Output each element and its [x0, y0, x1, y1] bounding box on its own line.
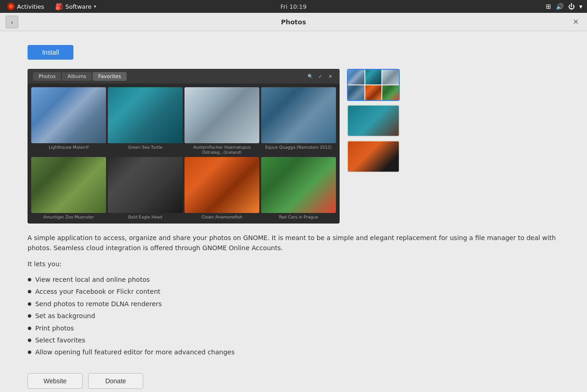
- activities-button[interactable]: Activities: [5, 2, 47, 11]
- volume-icon[interactable]: 🔊: [556, 3, 564, 10]
- photo-thumbnail-turtle: [108, 87, 183, 143]
- donate-button[interactable]: Donate: [88, 373, 143, 389]
- activities-label: Activities: [17, 3, 44, 10]
- photo-item-lighthouse[interactable]: Lighthouse Malarrif: [31, 87, 106, 155]
- photo-thumbnail-lighthouse: [31, 87, 106, 143]
- photo-label-cars: Red Cars in Prague: [279, 215, 319, 220]
- photo-thumbnail-cars: [261, 157, 336, 213]
- description-main: A simple application to access, organize…: [28, 233, 559, 253]
- feature-list: View recent local and online photos Acce…: [28, 274, 559, 358]
- photo-label-lighthouse: Lighthouse Malarrif: [49, 145, 89, 150]
- thumb-cell-zebra: [348, 85, 364, 100]
- photos-app-titlebar: Photos Albums Favorites 🔍 ✓ ✕: [28, 69, 340, 84]
- software-label: Software: [65, 3, 91, 10]
- feature-item-7: Allow opening full featured editor for m…: [28, 347, 559, 357]
- topbar: Activities 🎒 Software ▾ Fri 10:19 ⊞ 🔊 ⏻ …: [0, 0, 587, 13]
- feature-item-1: View recent local and online photos: [28, 274, 559, 285]
- photo-label-turtle: Green Sea Turtle: [128, 145, 162, 150]
- photos-app-screenshot: Photos Albums Favorites 🔍 ✓ ✕: [28, 69, 340, 224]
- thumb-cell-cars: [382, 85, 399, 100]
- window-titlebar: ‹ Photos ✕: [0, 13, 587, 31]
- thumbnail-2[interactable]: [347, 105, 400, 137]
- back-button[interactable]: ‹: [6, 16, 18, 28]
- check-icon[interactable]: ✓: [317, 73, 324, 80]
- close-button[interactable]: ✕: [570, 16, 581, 28]
- thumb-cell-clownfish: [365, 85, 382, 100]
- chevron-down-icon: ▾: [94, 4, 96, 9]
- topbar-left: Activities 🎒 Software ▾: [5, 2, 99, 11]
- activities-icon: [7, 3, 15, 10]
- system-chevron-icon: ▾: [579, 3, 582, 10]
- screenshots-section: Photos Albums Favorites 🔍 ✓ ✕: [28, 69, 559, 224]
- photo-thumbnail-clownfish: [184, 157, 259, 213]
- photo-thumbnail-bird: [184, 87, 259, 143]
- photo-label-clownfish: Clown Anemonefish: [201, 215, 242, 220]
- titlebar-left: ‹: [6, 16, 18, 28]
- photo-item-bird[interactable]: Austernfischer Haematopus Ostraleg...(Ic…: [184, 87, 259, 155]
- feature-item-4: Set as background: [28, 311, 559, 321]
- description-intro: It lets you:: [28, 259, 559, 269]
- photo-item-turtle[interactable]: Green Sea Turtle: [108, 87, 183, 155]
- briefcase-icon: 🎒: [55, 3, 63, 10]
- photo-item-clownfish[interactable]: Clown Anemonefish: [184, 157, 259, 220]
- search-icon[interactable]: 🔍: [307, 73, 314, 80]
- close-icon[interactable]: ✕: [327, 73, 334, 80]
- photo-label-bird: Austernfischer Haematopus Ostraleg...(Ic…: [184, 145, 259, 155]
- power-icon[interactable]: ⏻: [568, 3, 575, 10]
- website-button[interactable]: Website: [28, 373, 83, 389]
- photos-tab-albums[interactable]: Albums: [62, 72, 92, 81]
- photos-tab-photos[interactable]: Photos: [33, 72, 61, 81]
- thumb-cell-bird: [382, 70, 399, 84]
- install-button[interactable]: Install: [28, 45, 73, 60]
- thumb-cell-turtle: [365, 70, 382, 84]
- feature-item-2: Access your Facebook or Flickr content: [28, 286, 559, 297]
- thumbnail-column: [347, 69, 400, 173]
- photos-tab-favorites[interactable]: Favorites: [93, 72, 127, 81]
- photo-item-zebra[interactable]: Equus Quagga (Namutoni 2012): [261, 87, 336, 155]
- bottom-buttons: Website Donate: [28, 373, 559, 389]
- app-description: A simple application to access, organize…: [28, 233, 559, 359]
- software-button[interactable]: 🎒 Software ▾: [52, 2, 99, 11]
- thumb-cell-lighthouse: [348, 70, 364, 84]
- photo-item-tiger[interactable]: Amurtiger Zoo Muenster: [31, 157, 106, 220]
- network-icon[interactable]: ⊞: [546, 3, 551, 10]
- content-area: Install Photos Albums Favorites 🔍 ✓: [0, 31, 587, 392]
- feature-item-3: Send photos to remote DLNA renderers: [28, 299, 559, 309]
- thumbnail-1[interactable]: [347, 69, 400, 101]
- photo-item-cars[interactable]: Red Cars in Prague: [261, 157, 336, 220]
- topbar-right: ⊞ 🔊 ⏻ ▾: [546, 3, 582, 10]
- photo-label-eagle: Bald Eagle Head: [128, 215, 162, 220]
- window-title: Photos: [281, 18, 306, 26]
- thumbnail-3[interactable]: [347, 140, 400, 173]
- photo-label-tiger: Amurtiger Zoo Muenster: [43, 215, 94, 220]
- photo-label-zebra: Equus Quagga (Namutoni 2012): [265, 145, 332, 150]
- main-screenshot: Photos Albums Favorites 🔍 ✓ ✕: [28, 69, 340, 224]
- photos-grid: Lighthouse Malarrif Green Sea Turtle Aus…: [28, 84, 340, 224]
- main-window: ‹ Photos ✕ Install Photos Albums Favorit…: [0, 13, 587, 392]
- photo-thumbnail-eagle: [108, 157, 183, 213]
- topbar-clock: Fri 10:19: [280, 3, 307, 10]
- thumb-grid-1: [348, 70, 399, 100]
- photo-item-eagle[interactable]: Bald Eagle Head: [108, 157, 183, 220]
- photos-controls: 🔍 ✓ ✕: [307, 73, 334, 80]
- photos-tabs: Photos Albums Favorites: [33, 72, 127, 81]
- feature-item-6: Select favorites: [28, 335, 559, 345]
- feature-item-5: Print photos: [28, 323, 559, 333]
- photo-thumbnail-tiger: [31, 157, 106, 213]
- photo-thumbnail-zebra: [261, 87, 336, 143]
